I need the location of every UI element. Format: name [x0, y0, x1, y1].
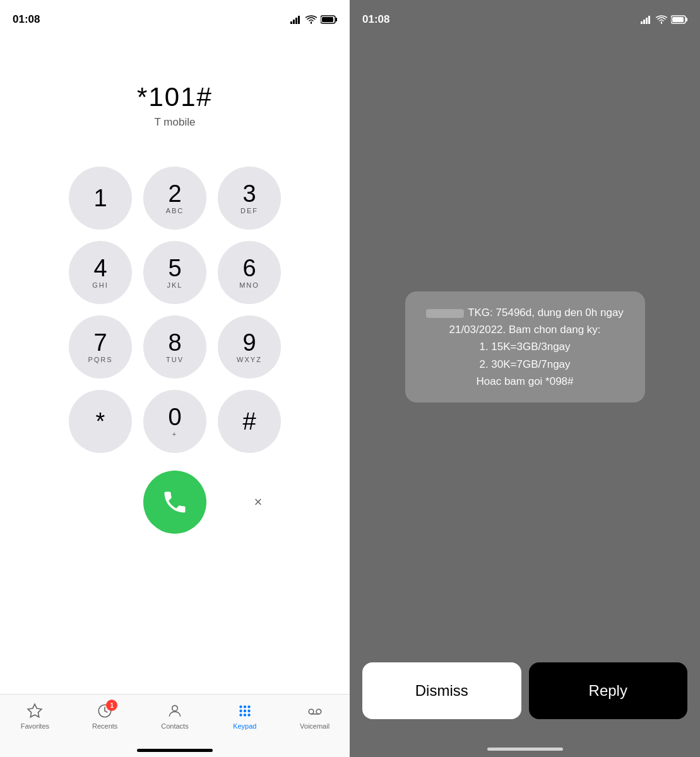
- wifi-icon-right: [656, 15, 667, 24]
- delete-button[interactable]: ×: [244, 488, 272, 516]
- dismiss-button[interactable]: Dismiss: [362, 662, 521, 719]
- message-text: TKG: 75496d, dung den 0h ngay 21/03/2022…: [420, 304, 630, 390]
- svg-point-13: [239, 710, 242, 712]
- svg-point-17: [244, 713, 246, 716]
- sender-placeholder: [426, 309, 464, 318]
- signal-icon: [290, 15, 302, 24]
- svg-point-16: [239, 713, 242, 716]
- recents-badge: 1: [106, 700, 117, 711]
- home-indicator-left: [137, 749, 213, 752]
- svg-point-12: [247, 705, 250, 708]
- svg-rect-6: [322, 17, 333, 22]
- voicemail-icon: [306, 702, 324, 720]
- home-indicator-right: [487, 748, 563, 751]
- svg-point-9: [172, 705, 178, 711]
- dialer-actions: ×: [0, 471, 350, 534]
- key-*[interactable]: *: [69, 390, 132, 453]
- nav-recents[interactable]: 1 Recents: [86, 702, 124, 730]
- bottom-buttons: Dismiss Reply: [350, 662, 700, 757]
- nav-contacts[interactable]: Contacts: [156, 702, 194, 730]
- svg-marker-7: [28, 704, 42, 717]
- key-8[interactable]: 8TUV: [143, 315, 206, 378]
- key-7[interactable]: 7PQRS: [69, 315, 132, 378]
- key-9[interactable]: 9WXYZ: [218, 315, 281, 378]
- nav-keypad[interactable]: Keypad: [226, 702, 264, 730]
- svg-rect-0: [290, 21, 292, 24]
- recents-icon: 1: [96, 702, 114, 720]
- dialer-panel: 01:08 *101#: [0, 0, 350, 757]
- key-0[interactable]: 0+: [143, 390, 206, 453]
- nav-favorites-label: Favorites: [21, 722, 49, 730]
- star-icon: [26, 702, 44, 720]
- status-bar-right: 01:08: [350, 0, 700, 32]
- key-1[interactable]: 1: [69, 167, 132, 230]
- time-left: 01:08: [13, 13, 40, 26]
- svg-rect-22: [641, 21, 643, 24]
- battery-icon: [321, 15, 337, 24]
- status-icons-right: [641, 15, 687, 24]
- key-2[interactable]: 2ABC: [143, 167, 206, 230]
- wifi-icon: [306, 15, 317, 24]
- svg-point-11: [244, 705, 246, 708]
- status-icons-left: [290, 15, 337, 24]
- nav-favorites[interactable]: Favorites: [16, 702, 54, 730]
- message-area: TKG: 75496d, dung den 0h ngay 21/03/2022…: [350, 32, 700, 662]
- signal-icon-right: [641, 15, 652, 24]
- nav-voicemail[interactable]: Voicemail: [296, 702, 334, 730]
- nav-voicemail-label: Voicemail: [300, 722, 329, 730]
- svg-rect-2: [295, 18, 297, 24]
- svg-point-19: [309, 709, 314, 714]
- dialer-number: *101#: [137, 82, 213, 112]
- bottom-nav: Favorites 1 Recents Contacts: [0, 694, 350, 757]
- contacts-icon: [166, 702, 184, 720]
- nav-contacts-label: Contacts: [161, 722, 188, 730]
- svg-rect-27: [686, 18, 688, 21]
- svg-point-14: [244, 710, 246, 712]
- svg-point-10: [239, 705, 242, 708]
- message-bubble: TKG: 75496d, dung den 0h ngay 21/03/2022…: [405, 291, 645, 402]
- dialer-display: *101# T mobile: [137, 82, 213, 129]
- phone-icon: [161, 488, 189, 516]
- svg-rect-24: [646, 18, 648, 24]
- key-6[interactable]: 6MNO: [218, 241, 281, 304]
- time-right: 01:08: [362, 13, 389, 26]
- key-3[interactable]: 3DEF: [218, 167, 281, 230]
- svg-point-15: [247, 710, 250, 712]
- key-#[interactable]: #: [218, 390, 281, 453]
- svg-rect-5: [336, 18, 338, 21]
- nav-recents-label: Recents: [92, 722, 117, 730]
- svg-point-20: [316, 709, 321, 714]
- ussd-panel: 01:08 TKG: 75496d,: [350, 0, 700, 757]
- reply-button[interactable]: Reply: [529, 662, 688, 719]
- svg-rect-23: [643, 20, 645, 24]
- dialer-carrier: T mobile: [137, 116, 213, 129]
- keypad-grid: 12ABC3DEF4GHI5JKL6MNO7PQRS8TUV9WXYZ*0+#: [69, 167, 281, 453]
- keypad-nav-icon: [236, 702, 254, 720]
- status-bar-left: 01:08: [0, 0, 350, 32]
- battery-icon-right: [671, 15, 687, 24]
- svg-point-18: [247, 713, 250, 716]
- nav-keypad-label: Keypad: [233, 722, 256, 730]
- key-4[interactable]: 4GHI: [69, 241, 132, 304]
- svg-rect-3: [298, 16, 300, 24]
- call-button[interactable]: [143, 471, 206, 534]
- svg-rect-28: [672, 17, 684, 22]
- svg-rect-25: [648, 16, 650, 24]
- svg-rect-1: [293, 20, 295, 24]
- key-5[interactable]: 5JKL: [143, 241, 206, 304]
